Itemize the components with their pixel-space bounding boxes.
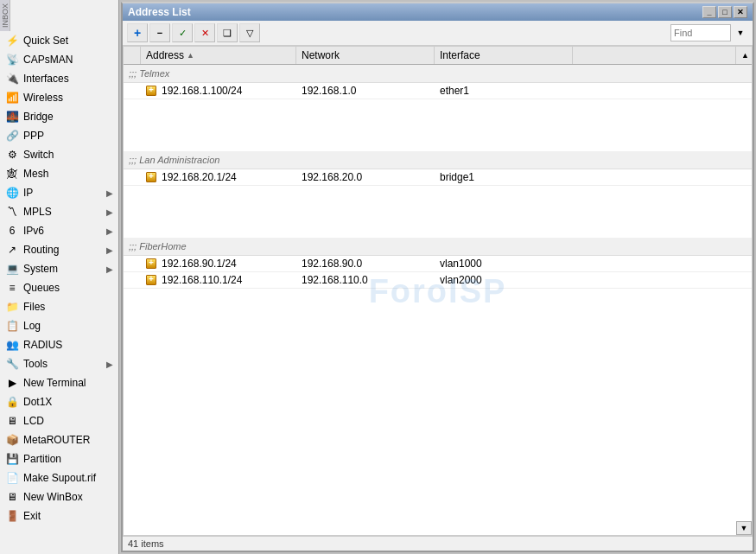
sidebar-item-wireless[interactable]: 📶Wireless (0, 88, 118, 107)
lcd-icon: 🖥 (5, 414, 19, 428)
sidebar-item-make-supout[interactable]: 📄Make Supout.rif (0, 468, 118, 487)
sidebar-item-routing[interactable]: ↗Routing▶ (0, 240, 118, 259)
dot1x-label: Dot1X (23, 396, 52, 408)
sidebar-item-switch[interactable]: ⚙Switch (0, 145, 118, 164)
sidebar-item-bridge[interactable]: 🌉Bridge (0, 107, 118, 126)
row-plus-icon (146, 172, 156, 182)
routing-label: Routing (23, 244, 59, 256)
address-table-container[interactable]: ForoISP Address Network Interface ▲ (123, 46, 753, 536)
sidebar-item-new-terminal[interactable]: ▶New Terminal (0, 373, 118, 392)
col-header-check (124, 47, 141, 64)
group-row-2: ;;; FiberHome (124, 238, 752, 256)
sidebar-item-log[interactable]: 📋Log (0, 316, 118, 335)
maximize-button[interactable]: □ (718, 6, 732, 18)
find-dropdown-button[interactable]: ▼ (733, 29, 748, 37)
copy-button[interactable]: ❑ (217, 23, 238, 42)
sidebar-item-mesh[interactable]: 🕸Mesh (0, 164, 118, 183)
window-controls: _ □ ✕ (702, 6, 747, 18)
sidebar-item-quick-set[interactable]: ⚡Quick Set (0, 31, 118, 50)
quick-set-icon: ⚡ (5, 34, 19, 48)
ppp-label: PPP (23, 130, 44, 142)
filter-button[interactable]: ▽ (239, 23, 260, 42)
queues-label: Queues (23, 282, 60, 294)
add-button[interactable]: + (127, 23, 148, 42)
remove-button[interactable]: − (149, 23, 170, 42)
status-bar: 41 items (123, 536, 753, 551)
cross-icon: ✕ (201, 28, 209, 39)
row-address-cell: 192.168.90.1/24 (141, 256, 296, 271)
minimize-button[interactable]: _ (702, 6, 716, 18)
scroll-down-button[interactable]: ▼ (736, 521, 752, 535)
ipv6-arrow-icon: ▶ (106, 226, 113, 236)
row-plus-icon (146, 86, 156, 96)
find-input[interactable] (670, 24, 731, 41)
sidebar-item-lcd[interactable]: 🖥LCD (0, 411, 118, 430)
metarouter-label: MetaROUTER (23, 434, 90, 446)
row-plus-icon (146, 258, 156, 269)
check-icon: ✓ (179, 28, 187, 39)
new-terminal-icon: ▶ (5, 376, 19, 390)
sidebar-item-partition[interactable]: 💾Partition (0, 449, 118, 468)
disable-button[interactable]: ✕ (194, 23, 215, 42)
files-label: Files (23, 301, 45, 313)
sidebar-item-interfaces[interactable]: 🔌Interfaces (0, 69, 118, 88)
scroll-up-btn[interactable]: ▲ (736, 47, 752, 64)
interfaces-label: Interfaces (23, 73, 69, 85)
table-row[interactable]: 192.168.90.1/24192.168.90.0vlan1000 (124, 256, 752, 272)
tools-label: Tools (23, 358, 48, 370)
switch-label: Switch (23, 149, 54, 161)
quick-set-label: Quick Set (23, 35, 68, 47)
system-arrow-icon: ▶ (106, 264, 113, 274)
group-spacer (124, 186, 752, 238)
address-list-window: Address List _ □ ✕ + − ✓ ✕ ❑ (121, 2, 754, 552)
sidebar-item-new-winbox[interactable]: 🖥New WinBox (0, 487, 118, 506)
col-header-address[interactable]: Address (141, 47, 296, 64)
wireless-label: Wireless (23, 92, 63, 104)
filter-icon: ▽ (246, 28, 253, 39)
row-network-cell: 192.168.90.0 (296, 256, 435, 271)
mpls-icon: 〽 (5, 205, 19, 219)
new-winbox-icon: 🖥 (5, 490, 19, 504)
sidebar-item-metarouter[interactable]: 📦MetaROUTER (0, 430, 118, 449)
sidebar-item-mpls[interactable]: 〽MPLS▶ (0, 202, 118, 221)
close-button[interactable]: ✕ (734, 6, 747, 18)
col-header-interface[interactable]: Interface (435, 47, 573, 64)
sidebar-item-files[interactable]: 📁Files (0, 297, 118, 316)
row-extra-cell (573, 89, 752, 92)
routing-arrow-icon: ▶ (106, 245, 113, 255)
row-network-cell: 192.168.110.0 (296, 272, 435, 288)
table-row[interactable]: 192.168.110.1/24192.168.110.0vlan2000 (124, 272, 752, 289)
tools-icon: 🔧 (5, 357, 19, 371)
sidebar-item-ipv6[interactable]: 6️IPv6▶ (0, 221, 118, 240)
table-row[interactable]: 192.168.20.1/24192.168.20.0bridge1 (124, 169, 752, 186)
mpls-arrow-icon: ▶ (106, 207, 113, 217)
sidebar-item-ppp[interactable]: 🔗PPP (0, 126, 118, 145)
row-extra-cell (573, 262, 752, 265)
add-icon: + (134, 26, 141, 40)
sidebar-item-ip[interactable]: 🌐IP▶ (0, 183, 118, 202)
sidebar-item-capsman[interactable]: 📡CAPsMAN (0, 50, 118, 69)
sidebar-item-queues[interactable]: ≡Queues (0, 278, 118, 297)
enable-button[interactable]: ✓ (172, 23, 193, 42)
col-header-network[interactable]: Network (296, 47, 435, 64)
mesh-icon: 🕸 (5, 167, 19, 181)
tools-arrow-icon: ▶ (106, 360, 113, 369)
bridge-icon: 🌉 (5, 110, 19, 124)
sidebar-item-tools[interactable]: 🔧Tools▶ (0, 354, 118, 373)
row-check-cell (124, 278, 141, 282)
sidebar-item-radius[interactable]: 👥RADIUS (0, 335, 118, 354)
interfaces-icon: 🔌 (5, 72, 19, 86)
row-extra-cell (573, 175, 752, 179)
row-address-cell: 192.168.20.1/24 (141, 169, 296, 185)
ip-arrow-icon: ▶ (106, 188, 113, 198)
row-address-cell: 192.168.110.1/24 (141, 272, 296, 288)
exit-label: Exit (23, 510, 41, 522)
table-row[interactable]: 192.168.1.100/24192.168.1.0ether1 (124, 83, 752, 99)
main-area: Address List _ □ ✕ + − ✓ ✕ ❑ (119, 0, 756, 554)
sidebar-item-dot1x[interactable]: 🔒Dot1X (0, 392, 118, 411)
sidebar-item-system[interactable]: 💻System▶ (0, 259, 118, 278)
log-label: Log (23, 320, 41, 332)
sidebar-item-exit[interactable]: 🚪Exit (0, 506, 118, 525)
row-extra-cell (573, 278, 752, 282)
ppp-icon: 🔗 (5, 129, 19, 143)
